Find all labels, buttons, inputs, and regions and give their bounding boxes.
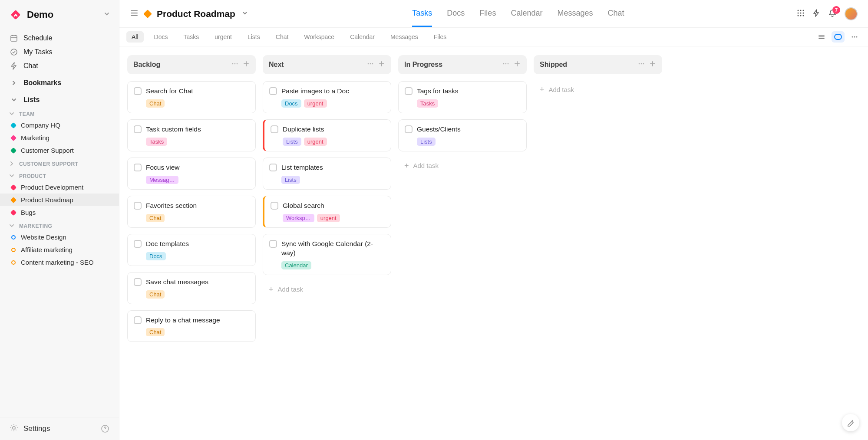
task-card[interactable]: Duplicate lists Listsurgent [263,119,391,151]
bell-icon[interactable]: 7 [828,9,837,19]
task-checkbox[interactable] [134,87,142,95]
sidebar-list-item[interactable]: Affiliate marketing [0,243,119,256]
more-icon[interactable] [231,60,238,69]
plus-icon[interactable] [649,60,656,69]
task-card[interactable]: Favorites section Chat [127,196,256,228]
sidebar-list-item[interactable]: Product Roadmap [0,194,119,206]
filter-chip[interactable]: Workspace [299,31,340,43]
tab[interactable]: Messages [557,1,593,27]
task-checkbox[interactable] [134,125,142,133]
help-icon[interactable] [101,424,109,433]
filter-chip[interactable]: Calendar [345,31,380,43]
task-tag[interactable]: Lists [283,138,301,146]
tab[interactable]: Files [479,1,496,27]
plus-icon[interactable] [514,60,521,69]
task-tag[interactable]: Docs [281,99,301,108]
filter-chip[interactable]: urgent [209,31,237,43]
task-tag[interactable]: Chat [146,290,165,299]
bolt-icon[interactable] [812,9,820,19]
filter-chip[interactable]: All [126,31,144,43]
task-tag[interactable]: urgent [304,99,327,108]
page-title[interactable]: Product Roadmap [157,9,235,19]
task-tag[interactable]: Chat [146,328,165,336]
task-checkbox[interactable] [269,240,277,248]
task-tag[interactable]: urgent [304,138,327,146]
section-header[interactable]: PRODUCT [0,169,119,181]
task-checkbox[interactable] [405,125,413,133]
add-task-button[interactable]: +Add task [534,81,662,98]
task-tag[interactable]: Chat [146,99,165,108]
plus-icon[interactable] [243,60,250,69]
task-checkbox[interactable] [134,316,142,324]
task-card[interactable]: Focus view Messag… [127,158,256,190]
task-checkbox[interactable] [134,202,142,210]
task-tag[interactable]: Tasks [417,99,438,108]
task-card[interactable]: Search for Chat Chat [127,81,256,113]
task-checkbox[interactable] [134,240,142,248]
task-tag[interactable]: Lists [281,176,300,184]
task-checkbox[interactable] [271,202,278,210]
task-tag[interactable]: urgent [317,214,340,222]
task-checkbox[interactable] [405,87,413,95]
task-checkbox[interactable] [134,278,142,286]
task-card[interactable]: Tags for tasks Tasks [398,81,527,113]
filter-chip[interactable]: Lists [242,31,265,43]
section-header[interactable]: TEAM [0,107,119,119]
filter-chip[interactable]: Chat [271,31,294,43]
sidebar-list-item[interactable]: Company HQ [0,119,119,131]
sidebar-list-item[interactable]: Customer Support [0,144,119,157]
filter-chip[interactable]: Docs [149,31,173,43]
task-tag[interactable]: Docs [146,252,166,260]
section-header[interactable]: MARKETING [0,219,119,231]
avatar[interactable] [845,7,858,20]
more-icon[interactable] [502,60,509,69]
filter-chip[interactable]: Files [429,31,452,43]
task-card[interactable]: Sync with Google Calendar (2-way) Calend… [263,234,391,275]
bookmarks-section[interactable]: Bookmarks [0,73,119,90]
task-card[interactable]: Save chat messages Chat [127,272,256,304]
task-card[interactable]: Doc templates Docs [127,234,256,266]
sidebar-list-item[interactable]: Bugs [0,206,119,219]
settings-link[interactable]: Settings [23,424,96,433]
sidebar-list-item[interactable]: Product Development [0,181,119,194]
section-header[interactable]: CUSTOMER SUPPORT [0,157,119,169]
plus-icon[interactable] [378,60,385,69]
workspace-switcher[interactable]: Demo [0,0,119,30]
task-tag[interactable]: Calendar [281,261,311,269]
task-card[interactable]: Task custom fields Tasks [127,119,256,151]
task-checkbox[interactable] [269,164,277,171]
filter-chip[interactable]: Tasks [178,31,204,43]
list-view-icon[interactable] [815,31,828,43]
task-checkbox[interactable] [134,164,142,171]
lists-section[interactable]: Lists [0,90,119,107]
task-card[interactable]: Paste images to a Doc Docsurgent [263,81,391,113]
tab[interactable]: Chat [607,1,624,27]
task-checkbox[interactable] [271,125,278,133]
add-task-button[interactable]: +Add task [398,158,527,174]
nav-item[interactable]: Chat [0,59,119,73]
more-icon[interactable] [638,60,645,69]
more-icon[interactable] [367,60,374,69]
task-tag[interactable]: Chat [146,214,165,222]
nav-item[interactable]: Schedule [0,31,119,45]
task-checkbox[interactable] [269,87,277,95]
task-card[interactable]: Global search Worksp…urgent [263,196,391,228]
task-tag[interactable]: Tasks [146,138,167,146]
more-icon[interactable] [848,31,861,43]
task-card[interactable]: Reply to a chat message Chat [127,310,256,342]
task-card[interactable]: Guests/Clients Lists [398,119,527,151]
compose-fab[interactable] [842,414,859,431]
task-tag[interactable]: Worksp… [283,214,314,222]
apps-grid-icon[interactable] [797,9,805,19]
board-view-icon[interactable] [832,31,845,43]
add-task-button[interactable]: +Add task [263,281,391,298]
menu-icon[interactable] [130,9,139,19]
tab[interactable]: Tasks [412,1,432,27]
task-tag[interactable]: Messag… [146,176,178,184]
sidebar-list-item[interactable]: Marketing [0,131,119,144]
chevron-down-icon[interactable] [241,10,248,18]
task-tag[interactable]: Lists [417,138,436,146]
tab[interactable]: Docs [447,1,465,27]
tab[interactable]: Calendar [511,1,542,27]
task-card[interactable]: List templates Lists [263,158,391,190]
